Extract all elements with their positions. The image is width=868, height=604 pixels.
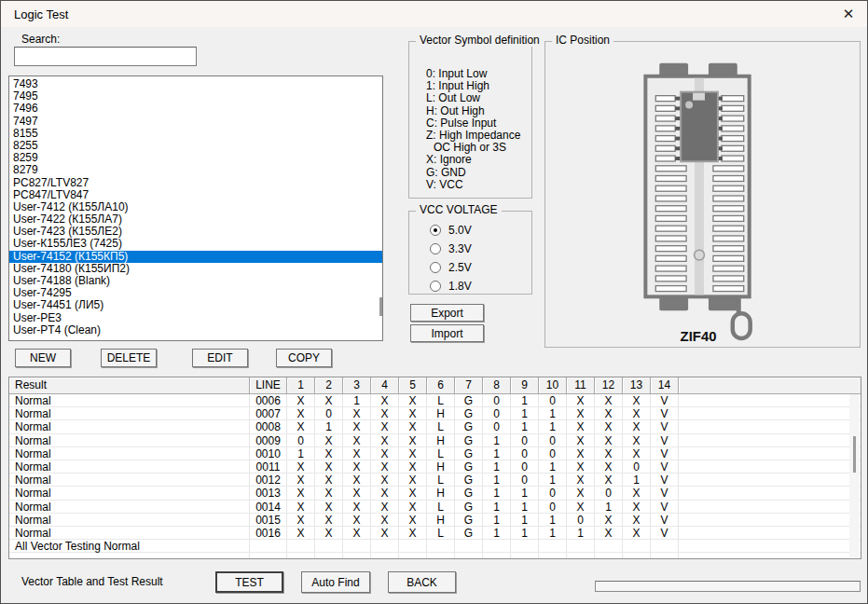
table-header-14[interactable]: 14: [651, 378, 679, 394]
table-header-11[interactable]: 11: [567, 378, 595, 394]
cell-pin-11: X: [567, 420, 595, 433]
new-button[interactable]: NEW: [15, 349, 71, 367]
vcc-option-5.0v[interactable]: 5.0V: [430, 224, 472, 237]
chip-list-item[interactable]: User-К155ЛЕ3 (7425): [9, 238, 382, 250]
cell-pin-8: 0: [483, 394, 511, 407]
cell-pin-4: X: [371, 407, 399, 420]
table-header-5[interactable]: 5: [399, 378, 427, 394]
chip-list-item[interactable]: PC847/LTV847: [9, 189, 382, 201]
table-header-13[interactable]: 13: [623, 378, 651, 394]
edit-button[interactable]: EDIT: [192, 349, 248, 367]
footer-label: Vector Table and Test Result: [21, 575, 163, 588]
cell-pin-14: V: [651, 474, 679, 487]
list-scrollbar-thumb[interactable]: [379, 297, 382, 316]
cell-pin-3: [343, 540, 371, 553]
vcc-option-2.5v[interactable]: 2.5V: [430, 261, 472, 274]
vcc-voltage-group: VCC VOLTAGE 5.0V3.3V2.5V1.8V: [408, 211, 532, 295]
radio-icon[interactable]: [430, 225, 441, 236]
chip-list-item[interactable]: 8259: [9, 152, 382, 164]
chip-list-item[interactable]: 8255: [9, 140, 382, 152]
socket-slot-left: [655, 226, 686, 231]
table-header-4[interactable]: 4: [371, 378, 399, 394]
table-scrollbar[interactable]: [849, 394, 860, 557]
chip-list-item[interactable]: PC827/LTV827: [9, 177, 382, 189]
export-button[interactable]: Export: [410, 304, 484, 322]
cell-pin-12: 1: [595, 501, 623, 514]
cell-pin-12: X: [595, 394, 623, 407]
socket-slot-right: [713, 176, 744, 182]
chip-list-item[interactable]: 7496: [9, 103, 382, 115]
radio-icon[interactable]: [430, 281, 441, 292]
cell-filler: [679, 527, 861, 540]
table-header-7[interactable]: 7: [455, 378, 483, 394]
table-row[interactable]: Normal0014XXXXXLG110X1XV: [9, 501, 861, 514]
table-row[interactable]: Normal0007X0XXXHG011XXXV: [9, 407, 861, 420]
table-header-1[interactable]: 1: [287, 378, 315, 394]
table-row[interactable]: Normal0012XXXXXLG101XX1V: [9, 474, 861, 487]
chip-list-item[interactable]: 7495: [9, 90, 382, 103]
table-row[interactable]: Normal0016XXXXXLG1111XXV: [9, 527, 861, 540]
zif-socket-graphic: ZIF40: [545, 42, 860, 347]
vcc-option-3.3v[interactable]: 3.3V: [430, 242, 472, 255]
chip-list-item[interactable]: 8279: [9, 164, 382, 176]
chip-list-item[interactable]: 8155: [9, 128, 382, 140]
search-input[interactable]: [14, 47, 197, 66]
socket-slot-left: [655, 96, 675, 102]
cell-pin-6: H: [427, 487, 455, 500]
radio-icon[interactable]: [430, 243, 441, 254]
socket-slot-left: [655, 255, 686, 261]
cell-pin-13: X: [623, 434, 651, 447]
test-button[interactable]: TEST: [215, 571, 283, 593]
table-header-9[interactable]: 9: [511, 378, 539, 394]
table-header-8[interactable]: 8: [483, 378, 511, 394]
cell-line: 0011: [250, 460, 287, 474]
cell-result: Normal: [9, 434, 250, 447]
vcc-option-1.8v[interactable]: 1.8V: [430, 280, 472, 293]
socket-slot-left: [655, 105, 675, 111]
cell-pin-2: X: [315, 474, 343, 487]
copy-button[interactable]: COPY: [276, 349, 332, 367]
chip-list-item[interactable]: User-PE3: [9, 312, 382, 324]
cell-line: 0010: [250, 447, 287, 460]
cell-pin-2: 1: [315, 420, 343, 433]
chip-listbox[interactable]: 74937495749674978155825582598279PC827/LT…: [8, 76, 383, 341]
import-button[interactable]: Import: [410, 324, 484, 342]
table-row[interactable]: Normal0006XX1XXLG010XXXV: [9, 394, 861, 407]
table-empty-row[interactable]: [9, 553, 861, 559]
chip-list-item[interactable]: User-PT4 (Clean): [9, 324, 382, 336]
chip-pin1-dot: [685, 102, 693, 109]
table-header-2[interactable]: 2: [315, 378, 343, 394]
table-header-10[interactable]: 10: [539, 378, 567, 394]
chip-list-item[interactable]: User-74152 (К155КП5): [9, 251, 382, 263]
cell-pin-14: V: [651, 420, 679, 433]
delete-button[interactable]: DELETE: [101, 349, 157, 367]
cell-result: Normal: [9, 474, 250, 487]
table-header-3[interactable]: 3: [343, 378, 371, 394]
chip-list-item[interactable]: 7497: [9, 116, 382, 128]
socket-slot-right: [722, 156, 744, 161]
table-header-12[interactable]: 12: [595, 378, 623, 394]
cell-pin-1: X: [287, 527, 315, 540]
cell-pin-1: X: [287, 460, 315, 474]
table-scrollbar-thumb[interactable]: [853, 436, 856, 473]
cell-line: 0015: [250, 514, 287, 527]
radio-icon[interactable]: [430, 262, 441, 273]
table-row[interactable]: Normal0008X1XXXLG011XXXV: [9, 420, 861, 433]
table-row[interactable]: Normal0011XXXXXHG101XX0V: [9, 460, 861, 474]
chip-list-item[interactable]: 7493: [9, 78, 382, 90]
socket-slot-right: [713, 236, 744, 241]
table-row[interactable]: Normal00090XXXXHG100XXXV: [9, 434, 861, 447]
table-row[interactable]: Normal0013XXXXXHG110X0XV: [9, 487, 861, 500]
table-header-6[interactable]: 6: [427, 378, 455, 394]
table-row[interactable]: Normal00101XXXXLG100XXXV: [9, 447, 861, 460]
table-row[interactable]: Normal0015XXXXXHG1110XXV: [9, 514, 861, 527]
table-header-result[interactable]: Result: [9, 378, 250, 394]
chip-list-item[interactable]: User-74451 (ЛИ5): [9, 299, 382, 311]
cell-pin-2: X: [315, 394, 343, 407]
table-header-line[interactable]: LINE: [250, 378, 287, 394]
auto-find-button[interactable]: Auto Find: [301, 571, 370, 593]
table-summary-row[interactable]: All Vector Testing Normal: [9, 540, 861, 553]
vector-symbol-line: H: Out High: [409, 105, 531, 117]
close-icon[interactable]: ✕: [838, 5, 859, 23]
back-button[interactable]: BACK: [388, 571, 456, 593]
